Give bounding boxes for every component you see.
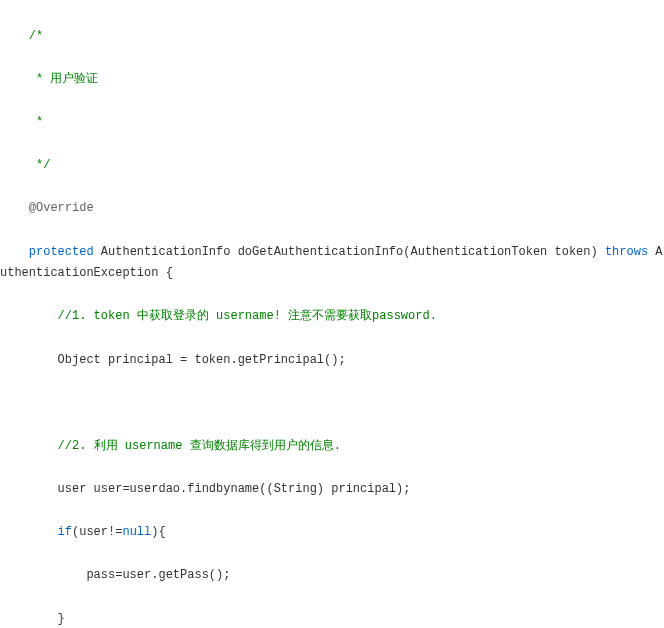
annotation: @Override: [29, 201, 94, 215]
code-line: /*: [0, 26, 664, 48]
code-line: @Override: [0, 198, 664, 220]
code-line: */: [0, 155, 664, 177]
code-line: pass=user.getPass();: [0, 565, 664, 587]
plain-text: pass=user.getPass();: [58, 568, 231, 582]
code-line: *: [0, 112, 664, 134]
code-line: * 用户验证: [0, 69, 664, 91]
plain-text: }: [58, 612, 65, 626]
code-line: //2. 利用 username 查询数据库得到用户的信息.: [0, 436, 664, 458]
keyword: throws: [605, 245, 648, 259]
code-line: [0, 393, 664, 415]
code-line: if(user!=null){: [0, 522, 664, 544]
plain-text: (user!=: [72, 525, 122, 539]
comment: * 用户验证: [29, 72, 99, 86]
comment: /*: [29, 29, 43, 43]
code-line: user user=userdao.findbyname((String) pr…: [0, 479, 664, 501]
code-line: }: [0, 609, 664, 628]
keyword: if: [58, 525, 72, 539]
comment: //1. token 中获取登录的 username! 注意不需要获取passw…: [58, 309, 437, 323]
plain-text: user user=userdao.findbyname((String) pr…: [58, 482, 411, 496]
plain-text: ){: [151, 525, 165, 539]
keyword: protected: [29, 245, 94, 259]
comment: //2. 利用 username 查询数据库得到用户的信息.: [58, 439, 341, 453]
comment: */: [29, 158, 51, 172]
code-line: //1. token 中获取登录的 username! 注意不需要获取passw…: [0, 306, 664, 328]
plain-text: Object principal = token.getPrincipal();: [58, 353, 346, 367]
comment: *: [29, 115, 43, 129]
plain-text: AuthenticationInfo doGetAuthenticationIn…: [94, 245, 605, 259]
code-line: Object principal = token.getPrincipal();: [0, 350, 664, 372]
keyword: null: [122, 525, 151, 539]
code-line: protected AuthenticationInfo doGetAuthen…: [0, 242, 664, 285]
code-block: /* * 用户验证 * */ @Override protected Authe…: [0, 0, 664, 628]
